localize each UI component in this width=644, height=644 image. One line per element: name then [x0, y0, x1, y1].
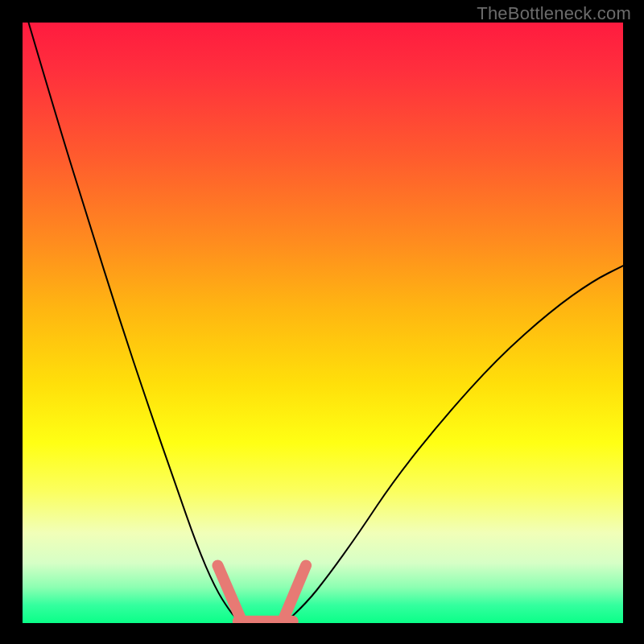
left-bottleneck-curve	[29, 23, 239, 621]
watermark-text: TheBottleneck.com	[477, 3, 631, 24]
optimal-region-highlight-right	[284, 565, 306, 617]
right-bottleneck-curve	[287, 266, 623, 621]
chart-window: TheBottleneck.com	[0, 0, 644, 644]
plot-area	[23, 23, 623, 623]
bottleneck-curves-svg	[23, 23, 623, 623]
